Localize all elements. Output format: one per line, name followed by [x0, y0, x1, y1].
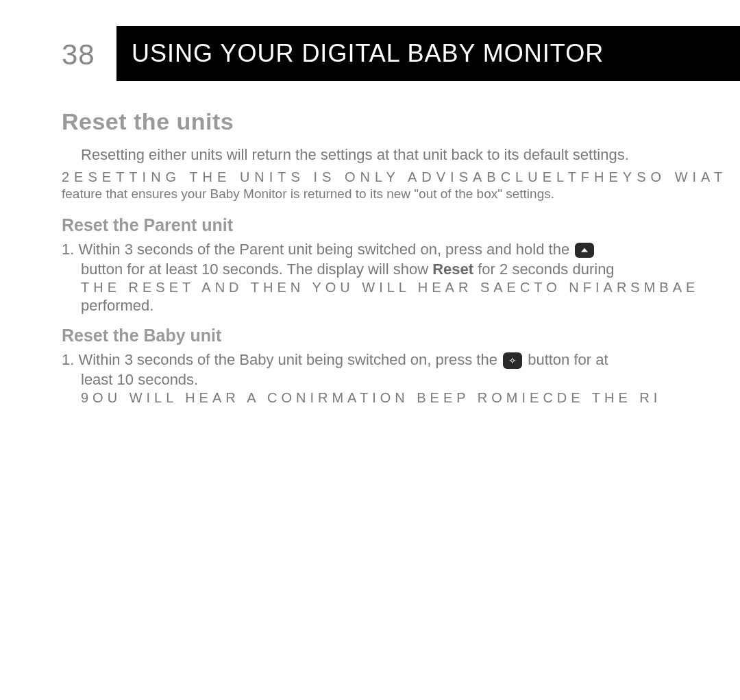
header-title: USING YOUR DIGITAL BABY MONITOR	[116, 39, 604, 68]
parent-step-1b: button for at least 10 seconds. The disp…	[81, 261, 432, 278]
page-content: Reset the units Resetting either units w…	[62, 108, 726, 415]
baby-step-1c: least 10 seconds.	[81, 370, 726, 390]
reset-word: Reset	[432, 261, 473, 278]
baby-garbled-line: 9OU WILL HEAR A CONIRMATION BEEP ROMIECD…	[81, 390, 726, 406]
baby-step-1-line1: 1. Within 3 seconds of the Baby unit bei…	[62, 350, 726, 370]
up-arrow-icon	[575, 243, 594, 258]
intro-paragraph: Resetting either units will return the s…	[81, 145, 726, 165]
parent-unit-block: Reset the Parent unit 1. Within 3 second…	[62, 215, 726, 316]
section-title: Reset the units	[62, 108, 726, 135]
parent-unit-title: Reset the Parent unit	[62, 215, 726, 235]
parent-step-1d: performed.	[81, 295, 726, 316]
garbled-advisory-line: 2ESETTING THE UNITS IS ONLY ADVISABCLUEL…	[62, 169, 726, 185]
baby-unit-block: Reset the Baby unit 1. Within 3 seconds …	[62, 326, 726, 406]
feature-line: feature that ensures your Baby Monitor i…	[62, 186, 726, 202]
baby-step-1b: button for at	[523, 351, 608, 368]
parent-step-1a: 1. Within 3 seconds of the Parent unit b…	[62, 241, 574, 258]
parent-step-1-line1: 1. Within 3 seconds of the Parent unit b…	[62, 239, 726, 260]
page-number: 38	[62, 38, 95, 71]
parent-step-1c: for 2 seconds during	[473, 261, 614, 278]
header-bar: USING YOUR DIGITAL BABY MONITOR	[116, 26, 740, 81]
parent-garbled-line: THE RESET AND THEN YOU WILL HEAR SAECTO …	[81, 280, 726, 295]
light-icon: ✧	[503, 352, 522, 369]
baby-step-1a: 1. Within 3 seconds of the Baby unit bei…	[62, 351, 502, 368]
parent-step-1-line2: button for at least 10 seconds. The disp…	[81, 259, 726, 280]
baby-unit-title: Reset the Baby unit	[62, 326, 726, 346]
